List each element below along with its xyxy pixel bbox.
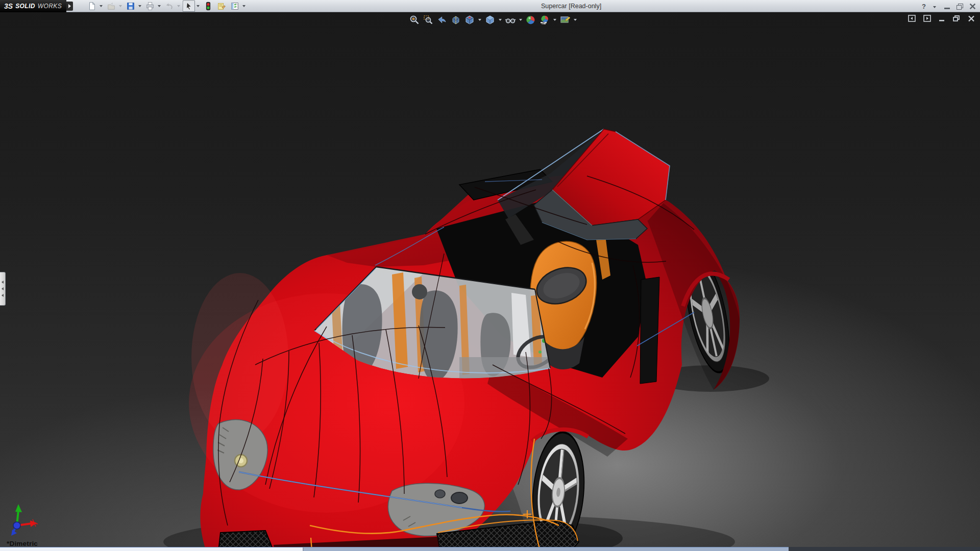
help-dropdown[interactable] bbox=[933, 6, 936, 8]
minimize-button[interactable] bbox=[944, 8, 950, 9]
section-view-button[interactable] bbox=[450, 14, 462, 26]
save-button[interactable] bbox=[125, 1, 137, 12]
open-door[interactable] bbox=[498, 129, 670, 245]
open-icon bbox=[107, 2, 116, 11]
display-style-icon bbox=[485, 15, 495, 25]
new-document-button[interactable] bbox=[86, 1, 98, 12]
document-restore-button[interactable] bbox=[953, 15, 960, 22]
view-settings-button[interactable] bbox=[559, 14, 571, 26]
view-orientation-icon bbox=[464, 15, 475, 25]
collapse-arrow-icon bbox=[2, 281, 4, 284]
rebuild-button[interactable] bbox=[202, 1, 214, 12]
help-button[interactable]: ? bbox=[922, 3, 926, 10]
view-settings-dropdown[interactable] bbox=[574, 19, 577, 21]
side-intake bbox=[640, 277, 659, 384]
view-orientation-label: *Dimetric bbox=[7, 540, 38, 547]
hide-show-items-button[interactable] bbox=[504, 14, 517, 26]
view-orientation-button[interactable] bbox=[463, 14, 476, 26]
print-button[interactable] bbox=[144, 1, 156, 12]
new-document-dropdown[interactable] bbox=[100, 5, 103, 7]
graphics-area[interactable] bbox=[0, 12, 980, 551]
checker-base bbox=[541, 22, 547, 24]
undo-icon bbox=[165, 2, 174, 11]
document-close-button[interactable] bbox=[968, 15, 975, 22]
display-style-button[interactable] bbox=[484, 14, 496, 26]
standard-toolbar bbox=[86, 1, 247, 12]
apply-scene-dropdown[interactable] bbox=[553, 19, 556, 21]
options-icon bbox=[230, 2, 239, 11]
print-icon bbox=[145, 2, 155, 11]
document-title: Supercar [Read-only] bbox=[541, 0, 694, 12]
solidworks-window: 3SSOLIDWORKS bbox=[0, 0, 980, 551]
hide-show-items-icon bbox=[505, 15, 516, 25]
rebuild-traffic-light-icon bbox=[204, 2, 213, 11]
logo-works: WORKS bbox=[38, 3, 62, 10]
apply-scene-button[interactable] bbox=[538, 14, 551, 26]
pane-toggle-right-button[interactable] bbox=[923, 15, 931, 22]
hide-show-items-dropdown[interactable] bbox=[519, 19, 522, 21]
triad-origin bbox=[13, 522, 20, 529]
options-dropdown[interactable] bbox=[242, 5, 246, 7]
document-window-controls bbox=[908, 15, 975, 22]
close-button[interactable] bbox=[969, 3, 976, 10]
view-orientation-dropdown[interactable] bbox=[478, 19, 481, 21]
select-button[interactable] bbox=[183, 1, 195, 12]
zoom-to-fit-button[interactable] bbox=[408, 14, 421, 26]
solidworks-logo: 3SSOLIDWORKS bbox=[0, 0, 66, 12]
file-properties-button[interactable] bbox=[215, 1, 228, 12]
print-dropdown[interactable] bbox=[158, 5, 161, 7]
panel-splitter-handle[interactable] bbox=[0, 272, 6, 306]
open-dropdown[interactable] bbox=[119, 5, 122, 7]
taskbar-segment[interactable] bbox=[304, 547, 789, 551]
options-button[interactable] bbox=[229, 1, 241, 12]
y-axis-arrow bbox=[15, 504, 22, 512]
car-model[interactable] bbox=[189, 129, 740, 551]
section-view-icon bbox=[451, 15, 461, 25]
display-style-dropdown[interactable] bbox=[499, 19, 502, 21]
select-cursor-icon bbox=[184, 2, 193, 11]
pane-toggle-left-button[interactable] bbox=[908, 15, 916, 22]
save-dropdown[interactable] bbox=[138, 5, 141, 7]
edit-appearance-button[interactable] bbox=[525, 14, 537, 26]
taskbar-sliver bbox=[0, 547, 980, 551]
document-minimize-button[interactable] bbox=[939, 15, 945, 22]
window-controls: ? bbox=[922, 0, 976, 12]
view-settings-icon bbox=[560, 15, 570, 25]
flyout-arrow-icon bbox=[68, 4, 71, 8]
collapse-arrow-icon bbox=[2, 287, 4, 290]
previous-view-button[interactable] bbox=[436, 14, 448, 26]
save-icon bbox=[126, 2, 135, 11]
edit-appearance-icon bbox=[526, 15, 536, 25]
zoom-to-area-icon bbox=[423, 15, 433, 25]
restore-button[interactable] bbox=[957, 4, 963, 9]
open-button[interactable] bbox=[105, 1, 117, 12]
title-bar[interactable]: 3SSOLIDWORKS bbox=[0, 0, 980, 12]
toolbar-flyout-arrow[interactable] bbox=[66, 2, 73, 11]
taskbar-segment[interactable] bbox=[0, 547, 304, 551]
collapse-arrow-icon bbox=[2, 294, 4, 297]
undo-dropdown[interactable] bbox=[177, 5, 180, 7]
logo-mark: 3S bbox=[4, 2, 13, 10]
file-properties-icon bbox=[217, 2, 226, 11]
previous-view-icon bbox=[437, 15, 447, 25]
select-dropdown[interactable] bbox=[197, 5, 200, 7]
logo-solid: SOLID bbox=[15, 3, 35, 10]
orientation-triad bbox=[11, 504, 38, 536]
taskbar-segment bbox=[789, 547, 980, 551]
viewport-3d[interactable] bbox=[0, 12, 980, 551]
zoom-to-fit-icon bbox=[409, 15, 420, 25]
zoom-to-area-button[interactable] bbox=[422, 14, 434, 26]
heads-up-view-toolbar bbox=[408, 14, 578, 26]
apply-scene-icon bbox=[540, 15, 550, 25]
new-document-icon bbox=[87, 2, 96, 11]
undo-button[interactable] bbox=[163, 1, 176, 12]
